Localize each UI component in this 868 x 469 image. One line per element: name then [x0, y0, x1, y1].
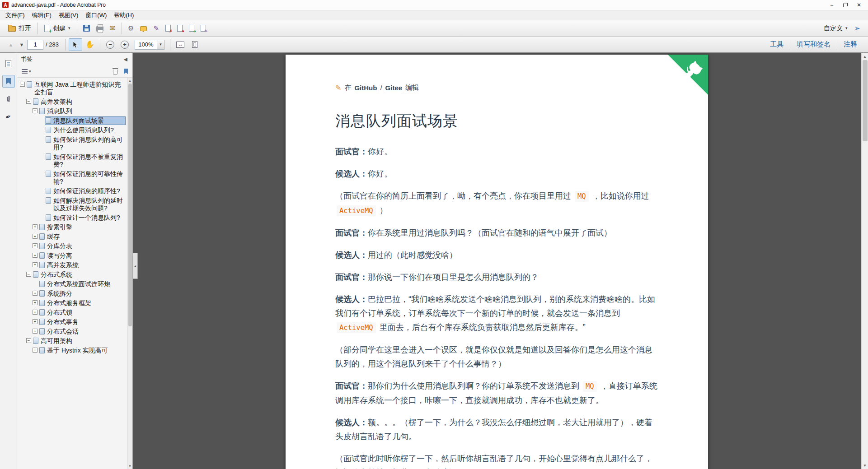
fit-page-button[interactable] [188, 38, 202, 51]
bookmark-item[interactable]: +系统拆分 [17, 289, 126, 298]
bookmark-hit-area[interactable]: 搜索引擎 [39, 223, 125, 231]
bookmark-item[interactable]: −消息队列 [17, 107, 126, 116]
bookmark-hit-area[interactable]: 为什么使用消息队列? [45, 126, 125, 134]
bookmark-label[interactable]: 高并发系统 [47, 261, 124, 269]
bookmark-hit-area[interactable]: 高并发系统 [39, 261, 125, 269]
bookmarks-scrollbar[interactable]: ▲ ▼ [127, 78, 132, 469]
bookmark-hit-area[interactable]: 如何解决消息队列的延时以及过期失效问题? [45, 197, 125, 212]
bookmark-item[interactable]: +分布式事务 [17, 317, 126, 327]
collapse-node-icon[interactable]: − [26, 99, 31, 104]
bookmark-hit-area[interactable]: 分布式系统 [33, 271, 125, 279]
bookmark-label[interactable]: 分库分表 [47, 242, 124, 250]
bookmark-item[interactable]: 消息队列面试场景 [17, 116, 126, 125]
fit-width-button[interactable]: ↔ [174, 38, 187, 51]
save-button[interactable] [80, 22, 93, 35]
open-button[interactable]: 打开 [5, 22, 35, 35]
expand-node-icon[interactable]: + [33, 243, 38, 248]
bookmark-item[interactable]: +分布式锁 [17, 308, 126, 317]
collapse-node-icon[interactable]: − [33, 108, 38, 113]
bookmark-hit-area[interactable]: 消息队列 [39, 107, 125, 115]
bookmarks-button[interactable] [2, 75, 15, 88]
bookmark-hit-area[interactable]: 分布式锁 [39, 309, 125, 316]
bookmark-label[interactable]: 分布式会话 [47, 328, 124, 335]
bookmark-item[interactable]: 如何保证消息的可靠性传输? [17, 169, 126, 186]
bookmark-item[interactable]: 分布式系统面试连环炮 [17, 279, 126, 289]
bookmark-hit-area[interactable]: 分布式系统面试连环炮 [39, 280, 125, 288]
scrollbar-thumb[interactable] [863, 60, 868, 141]
bookmark-hit-area[interactable]: 分布式事务 [39, 318, 125, 326]
hand-tool-button[interactable]: ✋ [83, 38, 97, 51]
bookmark-label[interactable]: 系统拆分 [47, 290, 124, 297]
bookmark-label[interactable]: 如何保证消息不被重复消费? [53, 153, 124, 168]
collapse-node-icon[interactable]: − [26, 272, 31, 277]
expand-node-icon[interactable]: + [33, 310, 38, 315]
bookmark-hit-area[interactable]: 缓存 [39, 233, 125, 241]
gitee-link[interactable]: Gitee [385, 84, 403, 92]
settings-button[interactable]: ⚙ [125, 22, 137, 35]
bookmark-item[interactable]: 如何保证消息不被重复消费? [17, 152, 126, 169]
bookmark-hit-area[interactable]: 高可用架构 [33, 337, 125, 345]
bookmark-item[interactable]: +搜索引擎 [17, 223, 126, 232]
bookmark-label[interactable]: 互联网 Java 工程师进阶知识完全扫盲 [34, 81, 124, 96]
bookmark-label[interactable]: 为什么使用消息队列? [53, 126, 124, 134]
menu-item[interactable]: 文件(F) [2, 10, 28, 20]
bookmark-label[interactable]: 基于 Hystrix 实现高可 [47, 347, 124, 354]
scroll-down-icon[interactable]: ▼ [862, 462, 868, 469]
bookmark-item[interactable]: 如何解决消息队列的延时以及过期失效问题? [17, 196, 126, 213]
bookmark-hit-area[interactable]: 读写分离 [39, 252, 125, 260]
next-page-button[interactable]: ▼ [16, 39, 27, 51]
bookmark-label[interactable]: 如何保证消息的可靠性传输? [53, 170, 124, 186]
insert-pages-button[interactable]: ➜ [186, 22, 197, 35]
bookmark-hit-area[interactable]: 高并发架构 [33, 98, 125, 106]
email-button[interactable]: ✉ [107, 22, 119, 35]
github-corner-link[interactable] [668, 55, 708, 95]
delete-bookmark-button[interactable] [112, 67, 119, 75]
bookmark-hit-area[interactable]: 如何保证消息队列的高可用? [45, 136, 125, 151]
bookmark-item[interactable]: +高并发系统 [17, 260, 126, 270]
zoom-out-button[interactable]: − [103, 38, 117, 51]
bookmark-hit-area[interactable]: 系统拆分 [39, 290, 125, 297]
bookmark-item[interactable]: 为什么使用消息队列? [17, 125, 126, 135]
zoom-dropdown-button[interactable]: ▾ [157, 40, 164, 50]
new-bookmark-button[interactable] [122, 68, 129, 75]
expand-node-icon[interactable]: + [33, 262, 38, 267]
menu-item[interactable]: 编辑(E) [28, 10, 55, 20]
bookmark-item[interactable]: 如何保证消息队列的高可用? [17, 135, 126, 152]
bookmark-label[interactable]: 搜索引擎 [47, 223, 124, 231]
comment-button[interactable] [137, 22, 150, 35]
bookmark-item[interactable]: −分布式系统 [17, 270, 126, 279]
send-file-button[interactable]: ➢ [851, 22, 863, 35]
close-button[interactable]: ✕ [852, 1, 866, 9]
bookmark-hit-area[interactable]: 基于 Hystrix 实现高可 [39, 347, 125, 354]
bookmark-item[interactable]: +分库分表 [17, 241, 126, 251]
extract-pages-button[interactable]: ● [174, 22, 186, 35]
tools-link[interactable]: 工具 [764, 40, 790, 50]
expand-node-icon[interactable]: + [33, 319, 38, 324]
bookmark-label[interactable]: 分布式服务框架 [47, 299, 124, 307]
bookmark-hit-area[interactable]: 互联网 Java 工程师进阶知识完全扫盲 [26, 81, 125, 96]
create-button[interactable]: 创建 ▾ [41, 22, 74, 35]
bookmark-label[interactable]: 读写分离 [47, 252, 124, 260]
page-thumbnails-button[interactable] [2, 57, 15, 70]
bookmark-hit-area[interactable]: 分库分表 [39, 242, 125, 250]
bookmark-item[interactable]: +分布式会话 [17, 327, 126, 336]
scroll-down-icon[interactable]: ▼ [127, 463, 132, 469]
menu-item[interactable]: 窗口(W) [82, 10, 110, 20]
github-link[interactable]: GitHub [354, 84, 377, 92]
bookmark-hit-area[interactable]: 分布式会话 [39, 328, 125, 335]
collapse-node-icon[interactable]: − [26, 338, 31, 343]
bookmark-label[interactable]: 消息队列 [47, 107, 124, 115]
bookmark-label[interactable]: 消息队列面试场景 [53, 117, 124, 125]
bookmark-item[interactable]: −高可用架构 [17, 336, 126, 346]
bookmark-item[interactable]: +基于 Hystrix 实现高可 [17, 346, 126, 355]
restore-button[interactable] [839, 1, 852, 9]
expand-node-icon[interactable]: + [33, 300, 38, 305]
bookmark-hit-area[interactable]: 如何保证消息不被重复消费? [45, 153, 125, 168]
bookmark-label[interactable]: 如何设计一个消息队列? [53, 214, 124, 222]
bookmark-item[interactable]: +缓存 [17, 232, 126, 241]
zoom-level-value[interactable]: 100% [135, 40, 157, 50]
signatures-button[interactable]: ✒ [2, 110, 15, 123]
fill-sign-link[interactable]: 填写和签名 [790, 40, 837, 50]
bookmark-item[interactable]: −互联网 Java 工程师进阶知识完全扫盲 [17, 80, 126, 97]
bookmark-label[interactable]: 分布式锁 [47, 309, 124, 316]
